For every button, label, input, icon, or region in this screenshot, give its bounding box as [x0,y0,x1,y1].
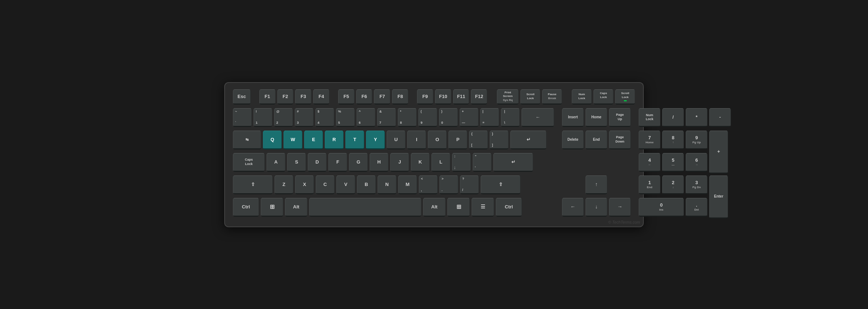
key-f2[interactable]: F2 [277,89,294,105]
key-0[interactable]: ) 0 [439,108,458,127]
key-end[interactable]: End [586,131,607,149]
key-u[interactable]: U [387,131,405,149]
key-8[interactable]: * 8 [398,108,417,127]
key-5[interactable]: % 5 [336,108,355,127]
key-close-bracket[interactable]: } ] [490,131,509,149]
key-slash[interactable]: ? / [460,175,479,194]
key-insert[interactable]: Insert [562,108,584,127]
key-page-down[interactable]: PageDown [609,131,631,149]
key-right-ctrl[interactable]: Ctrl [496,198,522,217]
key-6[interactable]: ^ 6 [357,108,375,127]
key-num-0[interactable]: 0 Ins [639,198,684,217]
key-caps-lock-num[interactable]: CapsLock [593,89,613,105]
key-9[interactable]: ( 9 [418,108,437,127]
key-num-4[interactable]: 4 ← [639,153,660,172]
key-7[interactable]: & 7 [377,108,396,127]
key-f6[interactable]: F6 [356,89,373,105]
key-num-3[interactable]: 3 Pg Dn [686,175,707,194]
key-d[interactable]: D [308,153,327,172]
key-num-6[interactable]: 6 → [686,153,707,172]
key-4[interactable]: $ 4 [315,108,334,127]
key-minus[interactable]: + — [460,108,478,127]
key-right-win[interactable]: ⊞ [447,198,470,217]
key-page-up[interactable]: PageUp [609,108,631,127]
key-tab[interactable]: ↹ [233,131,261,149]
key-n[interactable]: N [378,175,396,194]
key-f3[interactable]: F3 [295,89,311,105]
key-num-8[interactable]: 8 ↑ [662,131,684,149]
key-p[interactable]: P [448,131,467,149]
key-1[interactable]: ! 1 [254,108,272,127]
key-t[interactable]: T [345,131,364,149]
key-menu[interactable]: ☰ [472,198,494,217]
key-num-divide[interactable]: / [662,108,684,127]
key-l[interactable]: L [431,153,450,172]
key-f11[interactable]: F11 [453,89,469,105]
key-enter-2[interactable]: ↵ [493,153,533,172]
key-o[interactable]: O [428,131,447,149]
key-f10[interactable]: F10 [435,89,451,105]
key-h[interactable]: H [370,153,388,172]
key-quote[interactable]: " ' [473,153,492,172]
key-num-1[interactable]: 1 End [639,175,660,194]
key-f1[interactable]: F1 [259,89,276,105]
key-space[interactable] [309,198,421,217]
key-num-multiply[interactable]: * [686,108,707,127]
key-comma[interactable]: < , [419,175,438,194]
key-left[interactable]: ← [562,198,584,217]
key-a[interactable]: A [267,153,285,172]
key-j[interactable]: J [390,153,409,172]
key-backslash[interactable]: | \ [501,108,520,127]
key-right-alt[interactable]: Alt [423,198,446,217]
key-print-screen[interactable]: PrintScreenSys Rq [497,89,519,105]
key-2[interactable]: @ 2 [274,108,293,127]
key-esc[interactable]: Esc [233,89,251,105]
key-y[interactable]: Y [366,131,385,149]
key-b[interactable]: B [357,175,376,194]
key-e[interactable]: E [304,131,323,149]
key-open-bracket[interactable]: { [ [469,131,488,149]
key-3[interactable]: # 3 [295,108,314,127]
key-f5[interactable]: F5 [338,89,354,105]
key-num-enter[interactable]: Enter [709,175,728,219]
key-left-shift[interactable]: ⇧ [233,175,273,194]
key-semicolon[interactable]: : ; [452,153,471,172]
key-f[interactable]: F [328,153,347,172]
key-down[interactable]: ↓ [586,198,607,217]
key-up[interactable]: ↑ [586,175,607,194]
key-f4[interactable]: F4 [313,89,329,105]
key-num-9[interactable]: 9 Pg Up [686,131,707,149]
key-scroll-lock[interactable]: ScrollLock [520,89,540,105]
key-f7[interactable]: F7 [374,89,390,105]
key-f12[interactable]: F12 [471,89,487,105]
key-v[interactable]: V [336,175,355,194]
key-x[interactable]: X [295,175,314,194]
key-q[interactable]: Q [263,131,282,149]
key-num-lock-pad[interactable]: NumLock [639,108,660,127]
key-left-ctrl[interactable]: Ctrl [233,198,259,217]
key-num-plus[interactable]: + [709,131,728,174]
key-num-2[interactable]: 2 ↓ [662,175,684,194]
key-equals[interactable]: | = [480,108,499,127]
key-s[interactable]: S [287,153,306,172]
key-r[interactable]: R [325,131,344,149]
key-enter[interactable]: ↵ [510,131,546,149]
key-g[interactable]: G [349,153,368,172]
key-f8[interactable]: F8 [392,89,408,105]
key-i[interactable]: I [407,131,426,149]
key-num-5[interactable]: 5 — [662,153,684,172]
key-f9[interactable]: F9 [417,89,433,105]
key-left-alt[interactable]: Alt [285,198,307,217]
key-c[interactable]: C [316,175,335,194]
key-m[interactable]: M [398,175,417,194]
key-num-7[interactable]: 7 Home [639,131,660,149]
key-backspace[interactable]: ← [522,108,554,127]
key-right[interactable]: → [609,198,631,217]
key-tilde[interactable]: ~ ` [233,108,252,127]
key-k[interactable]: K [411,153,430,172]
key-caps-lock[interactable]: CapsLock [233,153,265,172]
key-num-del[interactable]: . Del [686,198,707,217]
key-period[interactable]: > . [439,175,458,194]
key-z[interactable]: Z [275,175,293,194]
key-scroll-lock-num[interactable]: ScrollLock [615,89,635,105]
